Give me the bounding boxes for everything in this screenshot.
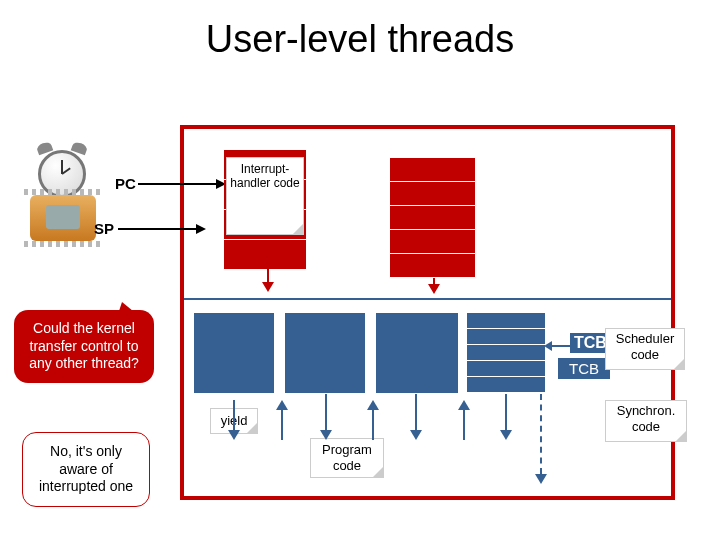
user-arrow-up-1 [276,400,288,440]
answer-text: No, it's only aware of interrupted one [39,443,133,494]
page-title: User-level threads [0,0,720,61]
tcb-label-bottom: TCB [558,358,610,379]
user-stack-4 [467,313,545,393]
user-arrow-down-1 [228,400,240,440]
user-arrow-down-4 [500,394,512,440]
user-arrow-down-3 [410,394,422,440]
interrupt-handler-text: Interrupt-handler code [230,162,299,190]
user-stack-1 [194,313,274,393]
question-callout-tail [116,302,144,320]
user-stack-3 [376,313,458,393]
cpu-chip-icon [30,195,96,241]
kernel-stack-2-arrow [428,278,440,294]
user-stack-2 [285,313,365,393]
program-code-note: Program code [310,438,384,478]
scheduler-note: Scheduler code [605,328,685,370]
kernel-stack-2 [390,158,475,278]
question-callout: Could the kernel transfer control to any… [14,310,154,383]
pc-label: PC [115,175,136,192]
answer-callout: No, it's only aware of interrupted one [22,432,150,507]
user-arrow-up-3 [458,400,470,440]
user-arrow-dashed [535,394,547,484]
synchron-note: Synchron. code [605,400,687,442]
question-text: Could the kernel transfer control to any… [29,320,139,371]
pc-pointer-arrow [138,183,224,185]
sp-pointer-arrow [118,228,204,230]
synchron-text: Synchron. code [617,403,676,434]
sp-label: SP [94,220,114,237]
kernel-stack-arrow [262,268,274,292]
user-arrow-down-2 [320,394,332,440]
kernel-user-divider [184,298,671,300]
tcb-link-arrow [552,345,570,347]
user-arrow-up-2 [367,400,379,440]
program-code-text: Program code [322,442,372,473]
interrupt-handler-note: Interrupt-handler code [226,157,304,235]
scheduler-text: Scheduler code [616,331,675,362]
